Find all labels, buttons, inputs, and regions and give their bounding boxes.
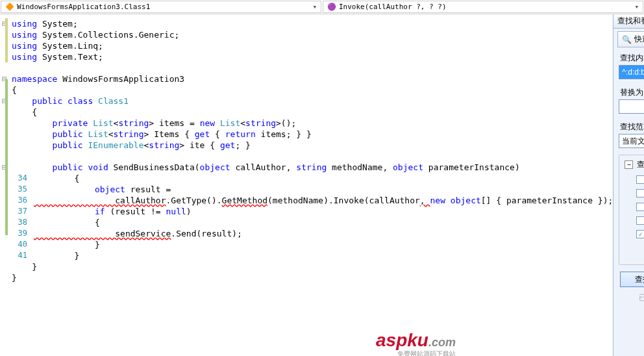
- change-marker: [5, 79, 8, 235]
- find-icon: 🔍: [622, 35, 632, 44]
- whole-word-checkbox[interactable]: [636, 189, 644, 197]
- scope-combo[interactable]: 当前文档 ▾: [619, 134, 644, 148]
- panel-title-text: 查找和替换: [617, 16, 644, 27]
- change-marker: [5, 18, 8, 62]
- find-replace-panel: 查找和替换 ✕ 🔍 快速查找 ▾ 🅰️ 快速替换 ▾ 查找内容(N): ▾ ▶ …: [613, 14, 644, 356]
- find-options-group: − 查找选项(O) 大小写匹配(C) 全字匹配(W) 向上搜索(U) 搜索隐藏文…: [619, 155, 644, 265]
- watermark-subtitle: 免费网站源码下载站: [397, 350, 456, 356]
- replace-label: 替换为(P):: [613, 83, 644, 99]
- use-regex-checkbox[interactable]: ✓: [636, 230, 644, 238]
- class-dropdown-text: WindowsFormsApplication3.Class1: [17, 3, 150, 11]
- ghost-button-1: 已折叠(人): [620, 291, 644, 305]
- code-editor[interactable]: ⊟using System; using System.Collections.…: [0, 14, 613, 356]
- search-hidden-checkbox[interactable]: [636, 216, 644, 225]
- class-icon: 🔶: [5, 3, 14, 12]
- options-header: 查找选项(O): [637, 159, 644, 170]
- find-input[interactable]: [619, 65, 644, 79]
- chevron-down-icon: ▾: [634, 3, 639, 11]
- member-dropdown-text: Invoke(callAuthor ?, ? ?): [339, 3, 447, 11]
- panel-titlebar: 查找和替换 ✕: [613, 14, 644, 29]
- chevron-down-icon: ▾: [312, 3, 317, 11]
- find-next-button[interactable]: 查找下一个(F): [620, 272, 644, 287]
- collapse-toggle[interactable]: −: [625, 160, 633, 169]
- replace-input[interactable]: [619, 99, 644, 114]
- member-dropdown[interactable]: 🟣 Invoke(callAuthor ?, ? ?) ▾: [323, 1, 643, 13]
- class-dropdown[interactable]: 🔶 WindowsFormsApplication3.Class1 ▾: [1, 1, 321, 13]
- quick-find-tab[interactable]: 🔍 快速查找 ▾: [617, 31, 644, 47]
- scope-label: 查找范围(L):: [613, 118, 644, 134]
- search-up-checkbox[interactable]: [636, 203, 644, 211]
- find-label: 查找内容(N):: [613, 49, 644, 65]
- match-case-checkbox[interactable]: [636, 175, 644, 184]
- method-icon: 🟣: [327, 3, 336, 12]
